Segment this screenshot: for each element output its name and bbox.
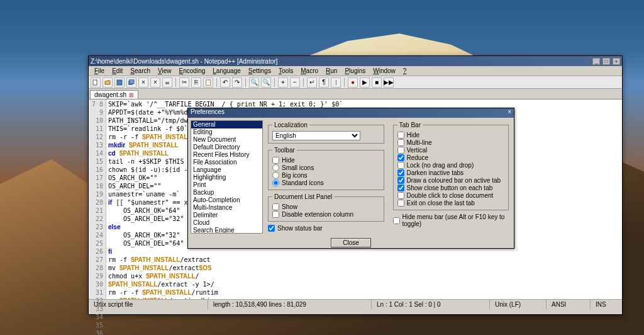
menu-plugins[interactable]: Plugins: [341, 67, 369, 75]
menu-file[interactable]: File: [91, 67, 108, 75]
replace-icon[interactable]: 🔍: [261, 77, 271, 88]
menu-macro[interactable]: Macro: [297, 67, 322, 75]
menu-settings[interactable]: Settings: [245, 67, 275, 75]
toolbar-standard-radio[interactable]: Standard icons: [272, 179, 380, 186]
tabbar-reduce-check[interactable]: Reduce: [397, 154, 505, 161]
copy-icon[interactable]: ⎘: [191, 77, 201, 88]
macro-record-icon[interactable]: ●: [348, 77, 358, 88]
menubar: FileEditSearchViewEncodingLanguageSettin…: [89, 66, 622, 76]
tabbar-vertical-check[interactable]: Vertical: [397, 147, 505, 154]
localization-group: Localization English: [268, 122, 384, 144]
pref-cat-default-directory[interactable]: Default Directory: [191, 144, 262, 151]
dialog-title: Preferences: [191, 108, 225, 118]
redo-icon[interactable]: ↷: [232, 77, 242, 88]
tabbar-dblclick-check[interactable]: Double click to close document: [397, 192, 505, 199]
svg-rect-1: [117, 80, 122, 85]
pref-cat-delimiter[interactable]: Delimiter: [191, 212, 262, 219]
menu-encoding[interactable]: Encoding: [175, 67, 209, 75]
pref-cat-recent-files-history[interactable]: Recent Files History: [191, 151, 262, 159]
pref-cat-auto-completion[interactable]: Auto-Completion: [191, 196, 262, 204]
zoom-out-icon[interactable]: −: [290, 77, 300, 88]
preferences-dialog: Preferences × GeneralEditingNew Document…: [187, 108, 514, 249]
show-chars-icon[interactable]: ¶: [319, 77, 329, 88]
pref-cat-general[interactable]: General: [191, 121, 262, 128]
close-file-icon[interactable]: ×: [138, 77, 148, 88]
pref-cat-highlighting[interactable]: Highlighting: [191, 174, 262, 181]
hide-menu-check[interactable]: Hide menu bar (use Alt or F10 key to tog…: [393, 213, 509, 227]
menu-window[interactable]: Window: [369, 67, 399, 75]
preferences-close-button[interactable]: Close: [331, 238, 371, 247]
pref-cat-print[interactable]: Print: [191, 181, 262, 189]
macro-multi-icon[interactable]: ▶▶: [384, 77, 394, 88]
close-button[interactable]: ×: [613, 58, 620, 65]
pref-cat-editing[interactable]: Editing: [191, 128, 262, 136]
pref-cat-new-document[interactable]: New Document: [191, 136, 262, 144]
macro-play-icon[interactable]: ▶: [360, 77, 370, 88]
indent-guide-icon[interactable]: ⫶: [331, 77, 341, 88]
menu-?[interactable]: ?: [399, 67, 411, 75]
pref-cat-multi-instance[interactable]: Multi-Instance: [191, 204, 262, 212]
pref-cat-language[interactable]: Language: [191, 166, 262, 174]
save-icon[interactable]: [114, 77, 125, 88]
tab-label: dwagent.sh: [94, 91, 126, 98]
status-mode[interactable]: INS: [591, 300, 622, 309]
tabbar-hide-check[interactable]: Hide: [397, 132, 505, 139]
toolbar-label: Toolbar: [272, 147, 297, 154]
minimize-button[interactable]: _: [592, 58, 600, 65]
pref-cat-search-engine[interactable]: Search Engine: [191, 227, 262, 234]
toolbar-group: Toolbar Hide Small icons Big icons Stand…: [268, 147, 384, 190]
tabbar-multi-check[interactable]: Multi-line: [397, 139, 505, 146]
window-titlebar[interactable]: Z:\home\deniki\Downloads\dwagent.sh - No…: [89, 56, 622, 66]
preferences-category-list[interactable]: GeneralEditingNew DocumentDefault Direct…: [191, 120, 263, 234]
tabbar-lock-check[interactable]: Lock (no drag and drop): [397, 162, 505, 169]
menu-language[interactable]: Language: [209, 67, 245, 75]
svg-rect-3: [130, 79, 134, 84]
open-file-icon[interactable]: [103, 77, 113, 88]
status-eol[interactable]: Unix (LF): [490, 300, 547, 309]
tabbar-colorbar-check[interactable]: Draw a coloured bar on active tab: [397, 177, 505, 184]
status-encoding[interactable]: ANSI: [547, 300, 591, 309]
localization-select[interactable]: English: [272, 131, 360, 140]
tabbar-darken-check[interactable]: Darken inactive tabs: [397, 169, 505, 176]
pref-cat-cloud[interactable]: Cloud: [191, 219, 262, 227]
find-icon[interactable]: 🔍: [249, 77, 259, 88]
toolbar: × × ✂ ⎘ 📋 ↶ ↷ 🔍 🔍 + − ↵ ¶ ⫶ ● ▶ ■ ▶▶: [89, 76, 622, 89]
doclist-disable-ext-check[interactable]: Disable extension column: [272, 211, 380, 218]
tab-close-icon[interactable]: ⊠: [129, 92, 134, 98]
status-length: length : 10,518,490 lines : 81,029: [208, 300, 372, 309]
window-title: Z:\home\deniki\Downloads\dwagent.sh - No…: [91, 58, 277, 65]
document-tab[interactable]: dwagent.sh ⊠: [90, 90, 138, 99]
document-tabbar: dwagent.sh ⊠: [89, 89, 622, 99]
close-all-icon[interactable]: ×: [150, 77, 160, 88]
pref-cat-backup[interactable]: Backup: [191, 189, 262, 196]
print-icon[interactable]: [162, 77, 172, 88]
doclist-show-check[interactable]: Show: [272, 203, 380, 210]
cut-icon[interactable]: ✂: [179, 77, 189, 88]
dialog-close-icon[interactable]: ×: [508, 108, 511, 118]
preferences-general-panel: Localization English Toolbar Hide Small …: [263, 118, 514, 236]
maximize-button[interactable]: □: [602, 58, 610, 65]
tabbar-group: Tab Bar Hide Multi-line Vertical Reduce …: [393, 122, 509, 210]
new-file-icon[interactable]: [91, 77, 101, 88]
menu-tools[interactable]: Tools: [275, 67, 297, 75]
dialog-titlebar[interactable]: Preferences ×: [188, 108, 514, 118]
zoom-in-icon[interactable]: +: [278, 77, 288, 88]
show-status-check[interactable]: Show status bar: [268, 225, 384, 232]
tabbar-exitlast-check[interactable]: Exit on close the last tab: [397, 200, 505, 207]
save-all-icon[interactable]: [126, 77, 136, 88]
localization-label: Localization: [272, 122, 309, 128]
menu-search[interactable]: Search: [126, 67, 154, 75]
wordwrap-icon[interactable]: ↵: [307, 77, 317, 88]
macro-stop-icon[interactable]: ■: [372, 77, 382, 88]
toolbar-hide-check[interactable]: Hide: [272, 157, 380, 164]
undo-icon[interactable]: ↶: [220, 77, 230, 88]
menu-view[interactable]: View: [154, 67, 175, 75]
menu-run[interactable]: Run: [322, 67, 341, 75]
toolbar-small-radio[interactable]: Small icons: [272, 164, 380, 171]
doclist-label: Document List Panel: [272, 193, 334, 200]
tabbar-closebtn-check[interactable]: Show close button on each tab: [397, 185, 505, 191]
paste-icon[interactable]: 📋: [203, 77, 213, 88]
toolbar-big-radio[interactable]: Big icons: [272, 172, 380, 179]
pref-cat-file-association[interactable]: File Association: [191, 159, 262, 166]
menu-edit[interactable]: Edit: [108, 67, 126, 75]
